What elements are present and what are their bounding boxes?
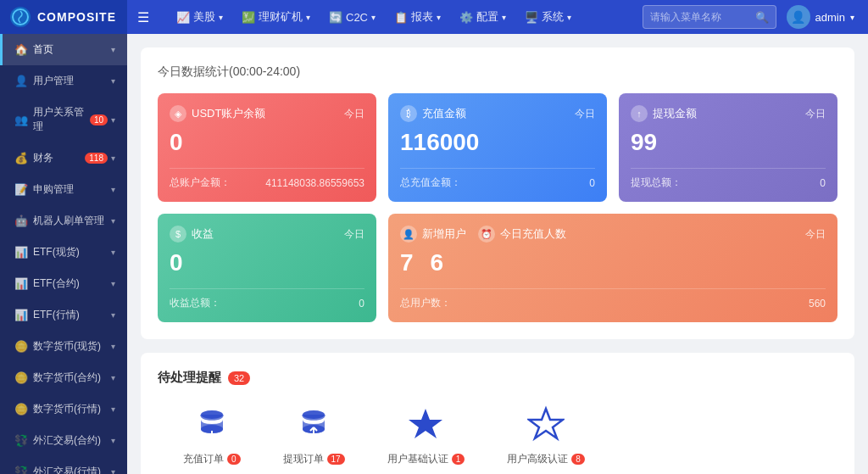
- stat-today: 今日: [344, 107, 364, 121]
- top-menu: 📈美股▾💹理财矿机▾🔄C2C▾📋报表▾⚙️配置▾🖥️系统▾: [159, 0, 643, 34]
- pending-item-withdraw-order[interactable]: 提现订单 17: [283, 403, 345, 466]
- stat-name2: 今日充值人数: [500, 226, 566, 242]
- sidebar-arrow: ▾: [111, 467, 115, 474]
- stat-footer-value: 560: [809, 298, 826, 309]
- sidebar-item-left: 💱 外汇交易(行情): [14, 465, 101, 474]
- sidebar-item-user-relations[interactable]: 👥 用户关系管理 10 ▾: [0, 97, 127, 142]
- sidebar-icon: 📊: [14, 246, 28, 259]
- admin-label: admin: [815, 11, 845, 24]
- search-box[interactable]: 🔍: [643, 5, 776, 29]
- sidebar-icon: 💱: [14, 466, 28, 474]
- stat-label-area: ◈ USDT账户余额: [170, 105, 265, 122]
- sidebar-label: ETF(行情): [33, 308, 80, 322]
- stat-footer-label: 收益总额：: [170, 296, 220, 310]
- pending-item-recharge-order[interactable]: 充值订单 0: [183, 403, 241, 466]
- stat-footer: 提现总额： 0: [631, 168, 826, 190]
- stat-footer: 总账户金额： 411148038.86559653: [170, 168, 364, 190]
- stat-value: 99: [631, 129, 826, 156]
- sidebar-icon: 🏠: [14, 43, 28, 56]
- pending-item-badge: 1: [452, 454, 465, 465]
- stat-card-earnings: $ 收益 今日 0 收益总额： 0: [158, 214, 376, 322]
- sidebar-icon: 📊: [14, 309, 28, 321]
- top-menu-item-美股[interactable]: 📈美股▾: [168, 0, 231, 34]
- stats-grid: ◈ USDT账户余额 今日 0 总账户金额： 411148038.8655965…: [158, 93, 837, 322]
- stat-footer-label: 总用户数：: [400, 296, 451, 310]
- sidebar-item-apply[interactable]: 📝 申购管理 ▾: [0, 174, 127, 205]
- stat-footer-value: 0: [589, 177, 595, 189]
- sidebar-item-forex-market[interactable]: 💱 外汇交易(行情) ▾: [0, 456, 127, 474]
- sidebar-item-home[interactable]: 🏠 首页 ▾: [0, 34, 127, 65]
- pending-item-badge: 0: [227, 454, 241, 465]
- menu-arrow: ▾: [306, 13, 310, 22]
- sidebar-label: 首页: [33, 42, 53, 57]
- top-menu-item-配置[interactable]: ⚙️配置▾: [451, 0, 515, 34]
- sidebar-icon: 📝: [14, 183, 28, 196]
- sidebar-arrow: ▾: [111, 153, 115, 163]
- svg-marker-5: [409, 409, 442, 438]
- sidebar-item-etf-contract[interactable]: 📊 ETF(合约) ▾: [0, 268, 127, 299]
- pending-badge: 32: [228, 371, 250, 385]
- stat-icon2: ⏰: [478, 226, 495, 243]
- sidebar-icon: 👥: [14, 114, 28, 126]
- sidebar-item-etf-market[interactable]: 📊 ETF(行情) ▾: [0, 299, 127, 331]
- sidebar: 🏠 首页 ▾ 👤 用户管理 ▾ 👥 用户关系管理 10 ▾ 💰 财务: [0, 34, 127, 474]
- top-menu-item-C2C[interactable]: 🔄C2C▾: [320, 0, 384, 34]
- sidebar-item-robot[interactable]: 🤖 机器人刷单管理 ▾: [0, 205, 127, 237]
- sidebar-icon: 💱: [14, 434, 28, 447]
- stats-title: 今日数据统计(00:00-24:00): [158, 64, 837, 80]
- sidebar-item-crypto-spot[interactable]: 🪙 数字货币(现货) ▾: [0, 331, 127, 362]
- sidebar-item-left: 📝 申购管理: [14, 182, 74, 197]
- stats-section: 今日数据统计(00:00-24:00) ◈ USDT账户余额 今日 0 总账户金…: [141, 47, 854, 339]
- menu-label: 理财矿机: [259, 9, 303, 25]
- logo-icon: [10, 7, 31, 27]
- top-menu-item-系统[interactable]: 🖥️系统▾: [516, 0, 580, 34]
- sidebar-item-crypto-market[interactable]: 🪙 数字货币(行情) ▾: [0, 393, 127, 425]
- pending-item-user-advanced[interactable]: 用户高级认证 8: [507, 403, 585, 466]
- stat-card-withdraw: ↑ 提现金额 今日 99 提现总额： 0: [619, 93, 837, 202]
- search-input[interactable]: [650, 11, 752, 23]
- menu-icon: 🔄: [329, 11, 342, 24]
- pending-icon-withdraw-order: [292, 403, 335, 445]
- sidebar-label: 数字货币(行情): [33, 402, 101, 416]
- pending-label-text: 提现订单: [283, 452, 324, 466]
- sidebar-arrow: ▾: [111, 248, 115, 257]
- menu-icon: 💹: [242, 11, 255, 24]
- stat-footer: 总充值金额： 0: [400, 168, 595, 190]
- sidebar-item-left: 🪙 数字货币(合约): [14, 371, 101, 385]
- menu-arrow: ▾: [567, 13, 571, 22]
- pending-item-user-basic[interactable]: 用户基础认证 1: [387, 403, 465, 466]
- sidebar-arrow: ▾: [111, 76, 115, 86]
- sidebar-item-left: 👥 用户关系管理: [14, 105, 90, 134]
- top-menu-item-理财矿机[interactable]: 💹理财矿机▾: [233, 0, 319, 34]
- menu-label: 美股: [193, 9, 215, 25]
- menu-icon: 🖥️: [525, 11, 538, 24]
- stat-card-header: ↑ 提现金额 今日: [631, 105, 826, 122]
- menu-arrow: ▾: [502, 13, 506, 22]
- stat-icon: $: [170, 226, 186, 243]
- stat-card-header: 👤 新增用户 ⏰ 今日充值人数 今日: [400, 226, 826, 243]
- sidebar-item-users[interactable]: 👤 用户管理 ▾: [0, 65, 127, 97]
- sidebar-item-finance[interactable]: 💰 财务 118 ▾: [0, 142, 127, 174]
- sidebar-item-etf-spot[interactable]: 📊 ETF(现货) ▾: [0, 237, 127, 268]
- sidebar-icon: 🤖: [14, 215, 28, 227]
- search-icon[interactable]: 🔍: [755, 11, 769, 24]
- stat-dual-item1: 7: [400, 249, 414, 276]
- pending-label-text: 充值订单: [183, 452, 224, 466]
- pending-icon-wrap: [404, 403, 447, 445]
- stat-today: 今日: [805, 227, 826, 242]
- sidebar-label: ETF(现货): [33, 245, 80, 259]
- pending-icon-wrap: [292, 403, 335, 445]
- top-menu-item-报表[interactable]: 📋报表▾: [386, 0, 449, 34]
- pending-icon-wrap: [191, 403, 233, 445]
- stat-label-area: 👤 新增用户 ⏰ 今日充值人数: [400, 226, 566, 243]
- stat-today: 今日: [805, 107, 826, 121]
- admin-area[interactable]: 👤 admin ▾: [787, 5, 854, 29]
- sidebar-label: 数字货币(合约): [33, 371, 101, 385]
- menu-icon: ⚙️: [459, 11, 473, 24]
- sidebar-item-left: 🏠 首页: [14, 42, 53, 57]
- sidebar-item-forex-contract[interactable]: 💱 外汇交易(合约) ▾: [0, 425, 127, 456]
- stat-name: 充值金额: [422, 106, 466, 121]
- sidebar-item-crypto-contract[interactable]: 🪙 数字货币(合约) ▾: [0, 362, 127, 393]
- hamburger-icon[interactable]: ☰: [127, 9, 159, 25]
- pending-item-label: 用户高级认证 8: [507, 452, 585, 466]
